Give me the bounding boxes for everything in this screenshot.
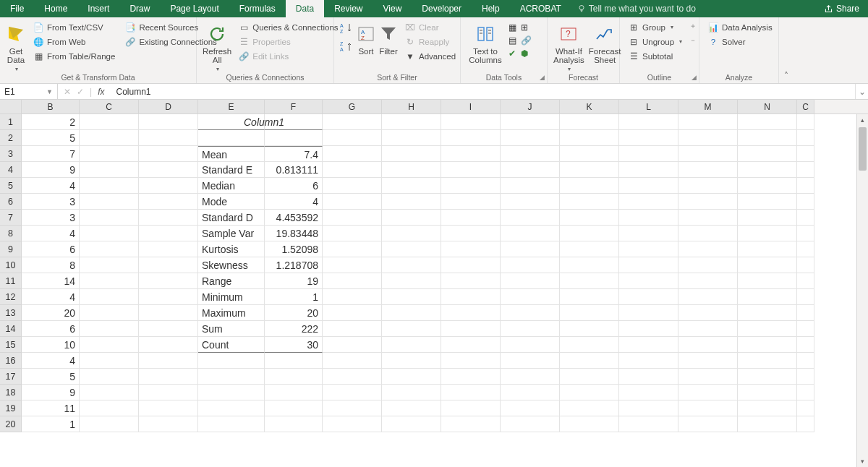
cell-L9[interactable] <box>619 241 678 257</box>
cell-E4[interactable]: Standard E <box>198 162 265 178</box>
col-header-K[interactable]: K <box>560 100 619 113</box>
row-header[interactable]: 18 <box>0 385 22 400</box>
cell-B6[interactable]: 3 <box>22 194 80 210</box>
cell-F13[interactable]: 20 <box>265 305 323 321</box>
cell-H4[interactable] <box>382 162 441 178</box>
cell-K14[interactable] <box>560 321 619 337</box>
cell-M3[interactable] <box>678 146 738 162</box>
cell-K12[interactable] <box>560 289 619 305</box>
cell-C14[interactable] <box>797 321 814 337</box>
row-header[interactable]: 1 <box>0 114 22 130</box>
cell-I17[interactable] <box>441 369 501 385</box>
cell-J16[interactable] <box>501 353 560 369</box>
ungroup-button[interactable]: ⊟Ungroup <box>626 35 685 48</box>
cell-C16[interactable] <box>80 353 139 369</box>
cell-D8[interactable] <box>139 226 198 241</box>
cell-M9[interactable] <box>678 241 738 257</box>
row-header[interactable]: 4 <box>0 162 22 178</box>
cell-C16[interactable] <box>797 353 814 369</box>
cell-M2[interactable] <box>678 130 738 146</box>
cell-C11[interactable] <box>80 273 139 289</box>
cell-H1[interactable] <box>382 114 441 130</box>
cell-G13[interactable] <box>323 305 382 321</box>
row-header[interactable]: 5 <box>0 178 22 194</box>
cell-D17[interactable] <box>139 369 198 385</box>
col-header-B[interactable]: B <box>22 100 80 113</box>
cell-F6[interactable]: 4 <box>265 194 323 210</box>
cell-G3[interactable] <box>323 146 382 162</box>
cell-B18[interactable]: 9 <box>22 385 80 400</box>
cell-I5[interactable] <box>441 178 501 194</box>
cell-C15[interactable] <box>797 337 814 353</box>
cell-E16[interactable] <box>198 353 265 369</box>
cell-L8[interactable] <box>619 226 678 241</box>
cell-D19[interactable] <box>139 400 198 416</box>
cell-L2[interactable] <box>619 130 678 146</box>
cell-J5[interactable] <box>501 178 560 194</box>
cell-C7[interactable] <box>80 210 139 226</box>
cell-C1[interactable] <box>797 114 814 130</box>
tab-view[interactable]: View <box>373 0 412 17</box>
cell-B1[interactable]: 2 <box>22 114 80 130</box>
cell-N18[interactable] <box>738 385 797 400</box>
cell-K15[interactable] <box>560 337 619 353</box>
cell-E13[interactable]: Maximum <box>198 305 265 321</box>
tab-acrobat[interactable]: ACROBAT <box>510 0 571 17</box>
cell-C15[interactable] <box>80 337 139 353</box>
cell-L20[interactable] <box>619 416 678 432</box>
cell-M18[interactable] <box>678 385 738 400</box>
cell-E10[interactable]: Skewness <box>198 257 265 273</box>
cell-L1[interactable] <box>619 114 678 130</box>
cell-L5[interactable] <box>619 178 678 194</box>
row-header[interactable]: 14 <box>0 321 22 337</box>
cell-M13[interactable] <box>678 305 738 321</box>
cell-N19[interactable] <box>738 400 797 416</box>
row-header[interactable]: 12 <box>0 289 22 305</box>
cell-C5[interactable] <box>797 178 814 194</box>
cell-I4[interactable] <box>441 162 501 178</box>
cell-I15[interactable] <box>441 337 501 353</box>
cell-J20[interactable] <box>501 416 560 432</box>
cell-H19[interactable] <box>382 400 441 416</box>
cell-L10[interactable] <box>619 257 678 273</box>
col-header-I[interactable]: I <box>441 100 501 113</box>
clear-filter[interactable]: ⌧Clear <box>402 21 459 34</box>
tab-draw[interactable]: Draw <box>119 0 160 17</box>
tab-file[interactable]: File <box>0 0 34 17</box>
cell-C8[interactable] <box>80 226 139 241</box>
cell-B13[interactable]: 20 <box>22 305 80 321</box>
row-header[interactable]: 20 <box>0 416 22 432</box>
cell-N10[interactable] <box>738 257 797 273</box>
sort-desc-button[interactable]: ZA <box>340 40 353 54</box>
properties[interactable]: ☰Properties <box>236 35 341 48</box>
cell-F4[interactable]: 0.813111 <box>265 162 323 178</box>
cell-L3[interactable] <box>619 146 678 162</box>
cell-H15[interactable] <box>382 337 441 353</box>
cell-N5[interactable] <box>738 178 797 194</box>
cell-L6[interactable] <box>619 194 678 210</box>
cell-D13[interactable] <box>139 305 198 321</box>
tab-help[interactable]: Help <box>472 0 510 17</box>
cell-N7[interactable] <box>738 210 797 226</box>
cell-D7[interactable] <box>139 210 198 226</box>
cell-F15[interactable]: 30 <box>265 337 323 353</box>
cell-M1[interactable] <box>678 114 738 130</box>
cell-K13[interactable] <box>560 305 619 321</box>
cell-I3[interactable] <box>441 146 501 162</box>
cell-L19[interactable] <box>619 400 678 416</box>
cell-D1[interactable] <box>139 114 198 130</box>
data-validation-icon[interactable]: ✔ <box>509 48 516 59</box>
row-header[interactable]: 7 <box>0 210 22 226</box>
cell-G4[interactable] <box>323 162 382 178</box>
cell-H12[interactable] <box>382 289 441 305</box>
cell-E9[interactable]: Kurtosis <box>198 241 265 257</box>
cell-H10[interactable] <box>382 257 441 273</box>
cell-B17[interactable]: 5 <box>22 369 80 385</box>
cell-N13[interactable] <box>738 305 797 321</box>
cell-E11[interactable]: Range <box>198 273 265 289</box>
cell-F18[interactable] <box>265 385 323 400</box>
col-header-C[interactable]: C <box>797 100 814 113</box>
cell-M15[interactable] <box>678 337 738 353</box>
cell-C10[interactable] <box>80 257 139 273</box>
cell-J2[interactable] <box>501 130 560 146</box>
